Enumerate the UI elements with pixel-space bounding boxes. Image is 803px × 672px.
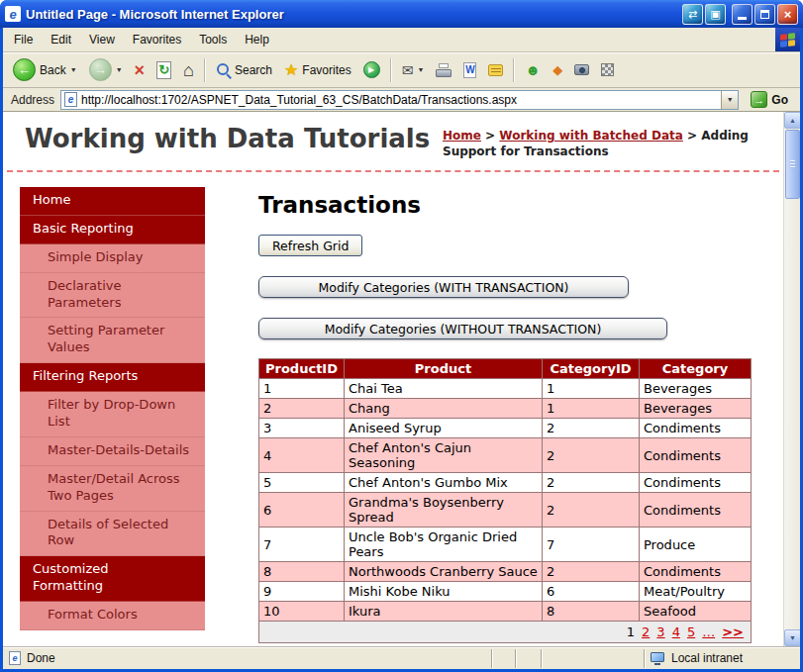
pager-page-2[interactable]: 2: [642, 624, 650, 639]
table-row: 2Chang1Beverages: [259, 399, 752, 419]
address-bar: Address e ▼ → Go: [3, 88, 800, 112]
back-button[interactable]: ← Back ▼: [7, 54, 83, 85]
security-zone-panel: Local intranet: [644, 649, 800, 668]
pager-ellipsis[interactable]: …: [702, 624, 715, 639]
edit-icon: W: [463, 62, 476, 78]
products-table: ProductIDProductCategoryIDCategory 1Chai…: [258, 358, 752, 643]
grid-button[interactable]: [595, 59, 620, 80]
breadcrumb-separator: >: [481, 129, 499, 143]
local-intranet-icon: [651, 652, 665, 665]
menu-item-file[interactable]: File: [5, 33, 42, 47]
menu-item-view[interactable]: View: [80, 33, 124, 47]
refresh-button[interactable]: ↻: [151, 57, 177, 83]
scroll-up-button[interactable]: ▲: [784, 112, 800, 129]
mail-dropdown-icon[interactable]: ▼: [417, 66, 424, 73]
vertical-scrollbar[interactable]: ▲ ▼: [783, 112, 800, 646]
sidebar-item-filtering-reports[interactable]: Filtering Reports: [20, 363, 205, 392]
maximize-button[interactable]: [754, 4, 775, 25]
modify-with-transaction-button[interactable]: Modify Categories (WITH TRANSACTION): [258, 276, 629, 298]
table-row: 3Aniseed Syrup2Condiments: [259, 419, 752, 438]
sidebar-item-details-of-selected-row[interactable]: Details of Selected Row: [20, 512, 205, 557]
breadcrumb-working-with-batched-data[interactable]: Working with Batched Data: [499, 129, 682, 143]
menu-item-help[interactable]: Help: [236, 33, 278, 47]
browser-window: e Untitled Page - Microsoft Internet Exp…: [0, 0, 803, 672]
address-input[interactable]: [81, 92, 721, 108]
toolbar-separator: [204, 58, 206, 82]
pager-page-4[interactable]: 4: [672, 624, 680, 639]
stop-button[interactable]: ×: [129, 57, 151, 83]
grid-header-row: ProductIDProductCategoryIDCategory: [259, 359, 752, 379]
sidebar-item-setting-parameter-values[interactable]: Setting Parameter Values: [20, 318, 205, 363]
sidebar-item-customized-formatting[interactable]: Customized Formatting: [20, 556, 205, 602]
sidebar-item-basic-reporting[interactable]: Basic Reporting: [20, 216, 205, 244]
menu-item-edit[interactable]: Edit: [42, 33, 80, 47]
table-row: 1Chai Tea1Beverages: [259, 379, 752, 399]
maximize-icon: [760, 10, 769, 19]
table-row: 5Chef Anton's Gumbo Mix2Condiments: [259, 473, 752, 493]
favorites-button[interactable]: ★ Favorites: [278, 58, 357, 82]
back-dropdown-icon[interactable]: ▼: [70, 66, 77, 73]
column-header-productid: ProductID: [259, 359, 345, 379]
pager-page-5[interactable]: 5: [687, 624, 695, 639]
table-row: 6Grandma's Boysenberry Spread2Condiments: [259, 493, 752, 528]
title-arrows-button[interactable]: ⇄: [682, 4, 703, 25]
browser-viewport: Working with Data Tutorials Home > Worki…: [3, 112, 800, 646]
scrollbar-track[interactable]: [784, 200, 800, 629]
sidebar-item-format-colors[interactable]: Format Colors: [20, 602, 205, 630]
page-body: HomeBasic ReportingSimple DisplayDeclara…: [3, 172, 783, 646]
back-label: Back: [40, 63, 66, 77]
sidebar-item-filter-by-drop-down-list[interactable]: Filter by Drop-Down List: [20, 392, 205, 437]
pager-next[interactable]: >>: [722, 624, 744, 639]
scroll-down-button[interactable]: ▼: [784, 629, 800, 646]
close-button[interactable]: ×: [777, 4, 798, 25]
sidebar-item-master-detail-across-two-pages[interactable]: Master/Detail Across Two Pages: [20, 466, 205, 512]
print-button[interactable]: [430, 59, 457, 81]
forward-button[interactable]: → ▼: [83, 54, 129, 85]
sidebar-item-home[interactable]: Home: [20, 187, 205, 216]
mail-button[interactable]: ✉ ▼: [396, 59, 431, 81]
pager-page-3[interactable]: 3: [656, 624, 664, 639]
status-panel: [491, 649, 515, 668]
security-zone-label: Local intranet: [671, 651, 743, 665]
status-bar: e Done Local intranet: [3, 646, 800, 669]
column-header-categoryid: CategoryID: [543, 359, 640, 379]
camera-button[interactable]: [568, 60, 595, 79]
minimize-button[interactable]: [732, 4, 753, 25]
address-input-container: e ▼: [60, 90, 739, 110]
title-bar: e Untitled Page - Microsoft Internet Exp…: [0, 0, 803, 28]
status-panel: [541, 649, 644, 668]
page-done-icon: e: [9, 651, 21, 665]
address-dropdown-button[interactable]: ▼: [721, 91, 738, 109]
windows-logo-icon: [775, 28, 800, 51]
breadcrumb-separator: >: [683, 129, 701, 143]
menu-item-tools[interactable]: Tools: [190, 33, 236, 47]
breadcrumb-home[interactable]: Home: [443, 129, 481, 143]
home-button[interactable]: ⌂: [177, 57, 200, 83]
edit-button[interactable]: W: [457, 58, 482, 82]
sidebar-item-master-details-details[interactable]: Master-Details-Details: [20, 437, 205, 466]
menu-item-favorites[interactable]: Favorites: [124, 33, 190, 47]
camera-icon: [574, 64, 589, 75]
pager-current-page: 1: [627, 624, 635, 639]
search-button[interactable]: Search: [210, 58, 278, 81]
refresh-grid-button[interactable]: Refresh Grid: [258, 235, 362, 256]
discuss-button[interactable]: [482, 60, 509, 80]
forward-dropdown-icon[interactable]: ▼: [116, 66, 123, 73]
messenger-button[interactable]: ☻: [519, 58, 547, 81]
modify-without-transaction-button[interactable]: Modify Categories (WITHOUT TRANSACTION): [258, 318, 667, 339]
sidebar-item-simple-display[interactable]: Simple Display: [20, 244, 205, 273]
table-row: 9Mishi Kobe Niku6Meat/Poultry: [259, 582, 752, 602]
title-screen-button[interactable]: ▣: [705, 4, 726, 25]
arrow-down-icon: ▼: [789, 634, 796, 641]
go-button[interactable]: → Go: [745, 90, 796, 109]
refresh-icon: ↻: [156, 61, 171, 79]
scrollbar-thumb[interactable]: [785, 130, 800, 199]
close-icon: ×: [784, 7, 792, 22]
status-text: Done: [27, 651, 55, 665]
swap-arrows-icon: ⇄: [688, 8, 697, 21]
research-button[interactable]: ◆: [547, 59, 568, 80]
chevron-down-icon: ▼: [727, 96, 734, 103]
internet-explorer-icon: e: [5, 6, 21, 22]
media-button[interactable]: ▶: [357, 57, 386, 82]
sidebar-item-declarative-parameters[interactable]: Declarative Parameters: [20, 273, 205, 319]
